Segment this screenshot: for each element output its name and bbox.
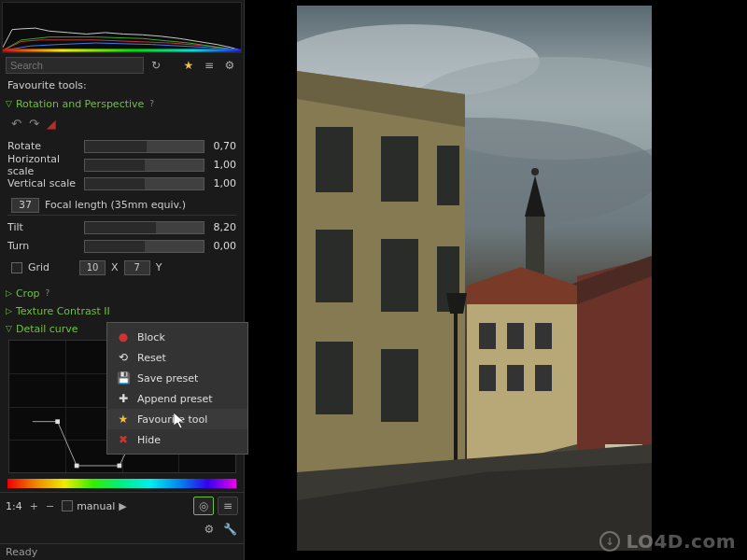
ctx-reset-label: Reset xyxy=(137,352,166,364)
play-icon[interactable]: ▶ xyxy=(119,500,126,512)
bottom-toolbar: 1:4 + − manual ▶ ◎ ≡ xyxy=(0,492,244,519)
gear-icon[interactable]: ⚙ xyxy=(201,521,218,538)
svg-rect-15 xyxy=(381,239,418,312)
grid-y-box[interactable]: 7 xyxy=(124,260,150,275)
chevron-right-icon: ▷ xyxy=(6,306,12,315)
section-crop-title: Crop xyxy=(16,287,40,300)
hide-icon: ✖ xyxy=(117,433,130,446)
help-icon[interactable]: ? xyxy=(149,99,154,108)
vscale-slider[interactable] xyxy=(84,177,204,190)
grid-label: Grid xyxy=(28,261,49,273)
star-icon[interactable]: ★ xyxy=(180,57,197,74)
turn-label: Turn xyxy=(7,240,80,252)
grid-y-label: Y xyxy=(156,261,162,273)
rotate-value: 0,70 xyxy=(208,140,236,152)
favourite-tools-label: Favourite tools: xyxy=(0,76,244,95)
tilt-label: Tilt xyxy=(7,221,80,233)
ctx-reset[interactable]: ⟲ Reset xyxy=(107,347,247,368)
status-bar: Ready xyxy=(0,543,244,560)
hscale-value: 1,00 xyxy=(208,159,236,171)
download-icon: ↓ xyxy=(599,531,620,552)
svg-rect-2 xyxy=(74,463,78,468)
ctx-save-label: Save preset xyxy=(137,372,198,385)
turn-slider[interactable] xyxy=(84,240,204,253)
rotate-slider[interactable] xyxy=(84,140,204,153)
manual-checkbox[interactable] xyxy=(62,500,73,511)
gear-icon[interactable]: ⚙ xyxy=(221,57,238,74)
section-crop-header[interactable]: ▷ Crop ? xyxy=(0,285,244,302)
grid-x-box[interactable]: 10 xyxy=(79,260,106,275)
list-icon[interactable]: ≡ xyxy=(218,497,238,515)
ctx-hide-label: Hide xyxy=(137,434,161,446)
zoom-in-button[interactable]: + xyxy=(30,500,38,512)
zoom-out-button[interactable]: − xyxy=(46,500,54,512)
sidebar: ↻ ★ ≡ ⚙ Favourite tools: ▽ Rotation and … xyxy=(0,0,245,560)
vscale-label: Vertical scale xyxy=(7,177,80,189)
redo-icon[interactable]: ↷ xyxy=(29,117,39,131)
ctx-append-preset[interactable]: ✚ Append preset xyxy=(107,388,247,409)
section-rotation-title: Rotation and Perspective xyxy=(16,98,144,110)
tilt-value: 8,20 xyxy=(208,221,236,233)
watermark: ↓ LO4D.com xyxy=(599,530,736,553)
section-detail-title: Detail curve xyxy=(16,323,78,335)
svg-rect-17 xyxy=(316,342,353,414)
reset-icon: ⟲ xyxy=(117,351,130,364)
ctx-fav-label: Favourite tool xyxy=(137,413,207,426)
svg-rect-27 xyxy=(479,323,496,349)
context-menu: ● Block ⟲ Reset 💾 Save preset ✚ Append p… xyxy=(106,322,248,455)
ctx-block[interactable]: ● Block xyxy=(107,327,247,347)
undo-icon[interactable]: ↶ xyxy=(11,117,21,131)
chevron-right-icon: ▷ xyxy=(6,288,12,298)
ctx-favourite-tool[interactable]: ★ Favourite tool xyxy=(107,409,247,429)
hscale-label: Horizontal scale xyxy=(7,153,80,177)
histogram[interactable] xyxy=(2,2,242,53)
svg-rect-11 xyxy=(316,127,353,192)
help-icon[interactable]: ? xyxy=(46,288,50,298)
block-icon: ● xyxy=(117,330,130,343)
grid-checkbox[interactable] xyxy=(11,262,22,273)
svg-rect-29 xyxy=(535,323,552,349)
grid-x-label: X xyxy=(111,261,119,273)
chevron-down-icon: ▽ xyxy=(6,324,12,333)
rotate-label: Rotate xyxy=(7,140,80,152)
svg-rect-1 xyxy=(55,419,60,424)
svg-rect-13 xyxy=(437,146,459,205)
refresh-icon[interactable]: ↻ xyxy=(148,57,164,74)
wrench-icon[interactable]: 🔧 xyxy=(221,521,238,538)
angle-icon[interactable]: ◢ xyxy=(47,117,56,131)
section-rotation-body: ↶ ↷ ◢ Rotate 0,70 Horizontal scale 1,00 … xyxy=(0,113,244,285)
manual-label: manual xyxy=(77,500,115,512)
section-texture-title: Texture Contrast II xyxy=(16,305,110,317)
watermark-text: LO4D.com xyxy=(626,530,736,553)
search-input[interactable] xyxy=(6,57,144,74)
ctx-append-label: Append preset xyxy=(137,393,213,405)
svg-rect-31 xyxy=(507,365,524,391)
svg-rect-12 xyxy=(381,136,418,202)
svg-rect-33 xyxy=(454,304,458,472)
section-rotation-header[interactable]: ▽ Rotation and Perspective ? xyxy=(0,95,244,113)
svg-rect-18 xyxy=(381,349,418,422)
ctx-block-label: Block xyxy=(137,331,165,343)
list-icon[interactable]: ≡ xyxy=(201,57,218,74)
append-icon: ✚ xyxy=(117,392,130,405)
svg-rect-14 xyxy=(316,230,353,302)
save-icon: 💾 xyxy=(117,371,130,385)
hscale-slider[interactable] xyxy=(84,159,204,172)
svg-rect-3 xyxy=(117,463,121,468)
section-texture-header[interactable]: ▷ Texture Contrast II xyxy=(0,302,244,320)
focal-value-box[interactable]: 37 xyxy=(11,198,39,213)
chevron-down-icon: ▽ xyxy=(6,99,12,108)
svg-point-24 xyxy=(531,168,539,175)
star-icon: ★ xyxy=(117,413,130,426)
svg-rect-28 xyxy=(507,323,524,349)
ctx-save-preset[interactable]: 💾 Save preset xyxy=(107,368,247,388)
zoom-level: 1:4 xyxy=(6,500,22,512)
gradient-bar xyxy=(7,479,236,488)
image-preview[interactable] xyxy=(297,6,652,551)
tilt-slider[interactable] xyxy=(84,221,204,234)
vscale-value: 1,00 xyxy=(208,177,236,189)
svg-marker-26 xyxy=(467,267,577,304)
ctx-hide[interactable]: ✖ Hide xyxy=(107,429,247,450)
svg-rect-0 xyxy=(3,49,241,51)
target-icon[interactable]: ◎ xyxy=(193,497,214,515)
